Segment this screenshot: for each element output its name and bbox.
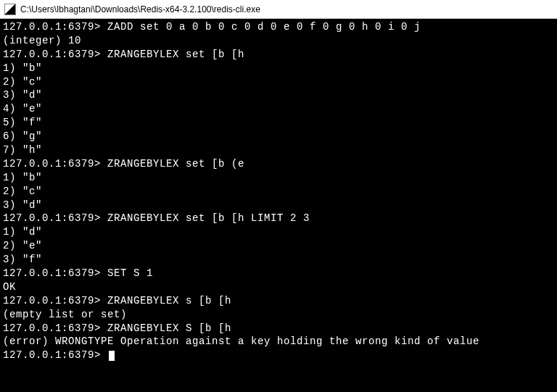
terminal-line: (integer) 10 [3,34,554,48]
terminal-line: 1) "b" [3,171,554,185]
terminal-line: 127.0.0.1:6379> ZRANGEBYLEX set [b [h [3,48,554,62]
terminal-line: 2) "c" [3,75,554,89]
terminal-line: 6) "g" [3,130,554,143]
terminal-line: 4) "e" [3,102,554,116]
terminal-line: 127.0.0.1:6379> ZRANGEBYLEX set [b [h LI… [3,212,554,225]
terminal-line: 1) "d" [3,225,554,239]
terminal-line: (error) WRONGTYPE Operation against a ke… [3,335,554,349]
terminal-line: 7) "h" [3,143,554,157]
terminal-line: (empty list or set) [3,308,554,322]
terminal-output[interactable]: 127.0.0.1:6379> ZADD set 0 a 0 b 0 c 0 d… [0,19,557,392]
app-icon [4,4,16,15]
terminal-line: 3) "d" [3,88,554,102]
terminal-line: 127.0.0.1:6379> ZRANGEBYLEX S [b [h [3,322,554,335]
window-title: C:\Users\Ibhagtani\Downloads\Redis-x64-3… [20,4,260,14]
terminal-line: 127.0.0.1:6379> [3,349,554,362]
terminal-line: 3) "d" [3,199,554,212]
terminal-prompt: 127.0.0.1:6379> [3,349,107,361]
window-title-bar[interactable]: C:\Users\Ibhagtani\Downloads\Redis-x64-3… [0,0,557,19]
terminal-line: 127.0.0.1:6379> ZADD set 0 a 0 b 0 c 0 d… [3,20,554,34]
terminal-line: 3) "f" [3,253,554,267]
terminal-line: 2) "c" [3,185,554,199]
terminal-line: 2) "e" [3,239,554,253]
terminal-line: 5) "f" [3,116,554,130]
terminal-line: 127.0.0.1:6379> SET S 1 [3,267,554,280]
terminal-line: 127.0.0.1:6379> ZRANGEBYLEX set [b (e [3,157,554,171]
terminal-line: 127.0.0.1:6379> ZRANGEBYLEX s [b [h [3,294,554,308]
terminal-line: OK [3,280,554,294]
terminal-line: 1) "b" [3,62,554,75]
cursor [109,351,115,361]
